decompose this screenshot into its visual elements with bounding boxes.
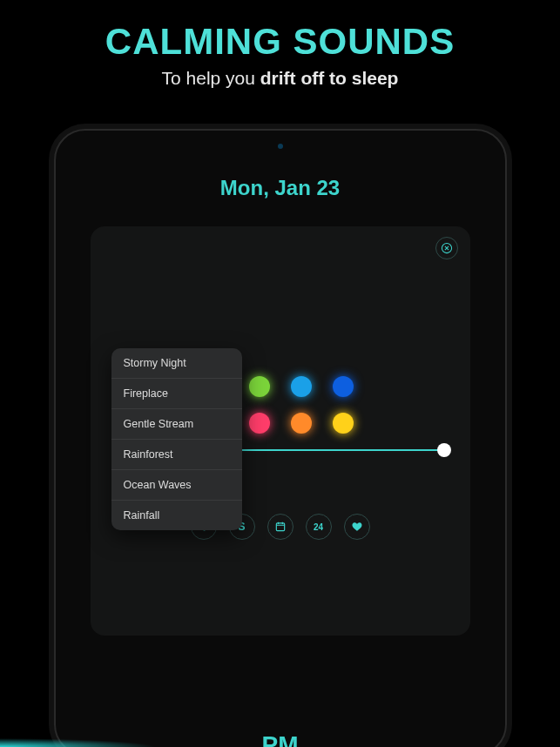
twentyfour-button[interactable]: 24 (306, 514, 332, 540)
svg-rect-1 (276, 523, 284, 531)
date-label: Mon, Jan 23 (56, 176, 505, 200)
menu-item[interactable]: Stormy Night (111, 348, 242, 379)
heart-icon-button[interactable] (344, 514, 370, 540)
color-swatch[interactable] (291, 413, 312, 434)
heart-icon (351, 521, 363, 533)
glow-accent (0, 738, 157, 747)
promo-title: CALMING SOUNDS (0, 21, 560, 63)
status-bar (56, 131, 505, 155)
menu-item[interactable]: Ocean Waves (111, 470, 242, 501)
calendar-icon-button[interactable] (267, 514, 293, 540)
twentyfour: 24 (314, 522, 323, 532)
settings-panel: S24 Stormy NightFireplaceGentle StreamRa… (91, 226, 470, 636)
color-swatch[interactable] (333, 376, 354, 397)
tablet-frame: Mon, Jan 23 S24 Stormy NightFireplaceGen… (54, 129, 507, 747)
color-swatch[interactable] (333, 413, 354, 434)
color-swatch[interactable] (249, 413, 270, 434)
close-button[interactable] (435, 237, 458, 259)
color-swatch[interactable] (249, 376, 270, 397)
close-icon (441, 242, 453, 254)
menu-item[interactable]: Fireplace (111, 379, 242, 409)
camera-dot (278, 144, 283, 149)
calendar-icon (274, 521, 287, 533)
menu-item[interactable]: Rainforest (111, 440, 242, 470)
promo-sub-b: drift off to sleep (260, 68, 399, 88)
menu-item[interactable]: Gentle Stream (111, 409, 242, 440)
slider-thumb[interactable] (437, 443, 451, 457)
promo-sub-a: To help you (162, 68, 260, 88)
color-swatch[interactable] (291, 376, 312, 397)
promo-subtitle: To help you drift off to sleep (0, 68, 560, 89)
sound-menu[interactable]: Stormy NightFireplaceGentle StreamRainfo… (111, 348, 242, 530)
menu-item[interactable]: Rainfall (111, 501, 242, 530)
